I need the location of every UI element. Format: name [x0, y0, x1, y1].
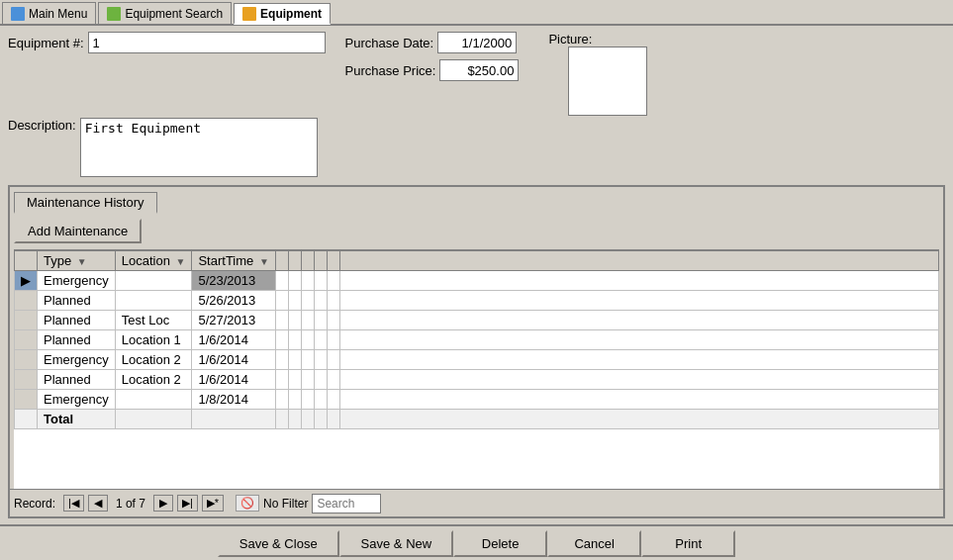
cell-extra: [288, 330, 301, 350]
table-row[interactable]: PlannedLocation 21/6/2014: [15, 370, 939, 390]
cell-location: Location 2: [115, 370, 192, 390]
cell-starttime: 1/6/2014: [192, 330, 275, 350]
equipment-search-icon: [107, 7, 121, 21]
equipment-num-input[interactable]: [88, 32, 326, 53]
save-new-label: Save & New: [361, 536, 432, 551]
maintenance-history-tab[interactable]: Maintenance History: [14, 192, 157, 214]
cell-extra: [288, 370, 301, 390]
table-header-row: Type ▼ Location ▼ StartTime ▼: [15, 251, 939, 271]
col-header-location[interactable]: Location ▼: [115, 251, 192, 271]
cell-location: Test Loc: [115, 311, 192, 330]
cell-extra: [275, 271, 288, 291]
form-row-1: Equipment #: Purchase Date: Purchase Pri…: [8, 32, 945, 116]
row-selector[interactable]: [15, 390, 38, 410]
total-location: [115, 410, 192, 429]
row-selector[interactable]: [15, 291, 38, 311]
cell-extra: [327, 350, 339, 370]
equipment-num-label: Equipment #:: [8, 36, 84, 50]
cell-extra: [339, 370, 938, 390]
cell-extra: [301, 370, 314, 390]
last-record-button[interactable]: ▶|: [177, 495, 198, 512]
col-header-extra6: [339, 251, 938, 271]
cell-extra: [275, 390, 288, 410]
table-row[interactable]: Planned5/26/2013: [15, 291, 939, 311]
table-row[interactable]: PlannedLocation 11/6/2014: [15, 330, 939, 350]
row-selector[interactable]: [15, 330, 38, 350]
record-label: Record:: [14, 497, 55, 511]
delete-button[interactable]: Delete: [453, 530, 547, 557]
table-row[interactable]: EmergencyLocation 21/6/2014: [15, 350, 939, 370]
cell-extra: [275, 350, 288, 370]
cell-extra: [275, 291, 288, 311]
print-button[interactable]: Print: [641, 530, 735, 557]
print-label: Print: [675, 536, 702, 551]
total-starttime: [192, 410, 275, 429]
first-record-button[interactable]: |◀: [63, 495, 84, 512]
col-header-selector[interactable]: [15, 251, 38, 271]
col-header-type[interactable]: Type ▼: [38, 251, 116, 271]
nav-filter: 🚫 No Filter: [236, 494, 381, 513]
description-input[interactable]: [80, 118, 318, 177]
add-maintenance-button[interactable]: Add Maintenance: [14, 219, 142, 243]
save-close-label: Save & Close: [239, 536, 318, 551]
table-row[interactable]: ▶Emergency5/23/2013: [15, 271, 939, 291]
tab-main-menu[interactable]: Main Menu: [2, 2, 96, 24]
new-record-button[interactable]: ▶*: [202, 495, 224, 512]
picture-label: Picture:: [548, 32, 592, 47]
table-row[interactable]: Emergency1/8/2014: [15, 390, 939, 410]
cell-extra: [314, 311, 327, 330]
save-close-button[interactable]: Save & Close: [218, 530, 339, 557]
maintenance-panel: Maintenance History Add Maintenance Type…: [8, 185, 945, 518]
record-position: 1 of 7: [116, 497, 145, 511]
cell-extra: [301, 271, 314, 291]
cell-extra: [314, 271, 327, 291]
purchase-date-input[interactable]: [437, 32, 517, 53]
cell-extra: [314, 390, 327, 410]
table-row[interactable]: PlannedTest Loc5/27/2013: [15, 311, 939, 330]
prev-record-button[interactable]: ◀: [88, 495, 108, 512]
maintenance-table-container[interactable]: Type ▼ Location ▼ StartTime ▼: [14, 249, 939, 489]
picture-group: Picture:: [548, 32, 647, 116]
cell-type: Emergency: [38, 271, 116, 291]
cell-extra: [288, 311, 301, 330]
col-header-starttime[interactable]: StartTime ▼: [192, 251, 275, 271]
cell-extra: [339, 330, 938, 350]
purchase-price-group: Purchase Price:: [345, 59, 520, 81]
row-selector[interactable]: [15, 311, 38, 330]
cell-extra: [288, 350, 301, 370]
cell-starttime: 5/27/2013: [192, 311, 275, 330]
cell-location: [115, 390, 192, 410]
col-header-extra3: [301, 251, 314, 271]
total-extra: [327, 410, 339, 429]
cell-extra: [275, 311, 288, 330]
row-selector[interactable]: ▶: [15, 271, 38, 291]
total-extra: [314, 410, 327, 429]
col-header-extra2: [288, 251, 301, 271]
row-selector[interactable]: [15, 370, 38, 390]
purchase-price-input[interactable]: [439, 59, 519, 81]
cell-type: Emergency: [38, 390, 116, 410]
total-extra: [301, 410, 314, 429]
next-record-button[interactable]: ▶: [153, 495, 173, 512]
main-content: Equipment #: Purchase Date: Purchase Pri…: [0, 26, 953, 524]
cell-extra: [301, 350, 314, 370]
search-input[interactable]: [312, 494, 381, 513]
tab-equipment-label: Equipment: [260, 7, 322, 21]
equipment-icon: [242, 7, 256, 21]
save-new-button[interactable]: Save & New: [339, 530, 454, 557]
form-row-2: Description:: [8, 118, 945, 177]
add-maintenance-label: Add Maintenance: [28, 224, 128, 238]
no-filter-label: No Filter: [263, 497, 308, 511]
cell-extra: [301, 311, 314, 330]
tab-equipment-search[interactable]: Equipment Search: [98, 2, 232, 24]
cell-extra: [301, 330, 314, 350]
row-selector[interactable]: [15, 350, 38, 370]
cell-extra: [301, 291, 314, 311]
cancel-button[interactable]: Cancel: [547, 530, 641, 557]
cell-starttime: 1/8/2014: [192, 390, 275, 410]
cell-extra: [288, 271, 301, 291]
total-extra: [339, 410, 938, 429]
cell-extra: [327, 291, 339, 311]
tab-equipment[interactable]: Equipment: [234, 3, 331, 25]
equipment-num-group: Equipment #:: [8, 32, 326, 53]
